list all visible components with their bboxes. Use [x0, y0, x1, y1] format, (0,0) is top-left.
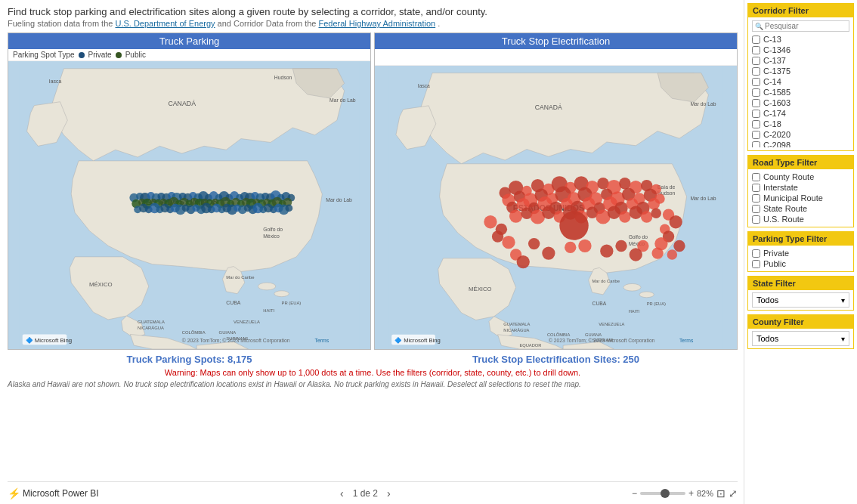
page-indicator: 1 de 2 — [353, 488, 378, 499]
corridor-checkbox[interactable] — [752, 110, 760, 118]
fullscreen-button[interactable]: ⤢ — [729, 487, 738, 499]
svg-point-210 — [528, 238, 540, 249]
sidebar: Corridor Filter 🔍 C-13C-1346C-137C-1375C… — [744, 0, 857, 504]
truck-parking-map[interactable]: CANADÁ ESTADOS UNIDOS MÉXICO Iasca Hudso… — [8, 61, 370, 349]
truck-parking-title: Truck Parking — [8, 33, 370, 49]
county-dropdown[interactable]: Todos ▾ — [752, 331, 849, 346]
zoom-slider[interactable] — [640, 492, 685, 495]
corridor-item[interactable]: C-1585 — [752, 87, 849, 97]
truck-electrification-map[interactable]: CANADÁ Iasca Baía de Hudson Mar do Lab M… — [375, 66, 737, 349]
svg-text:Mar do Caribe: Mar do Caribe — [226, 275, 254, 280]
svg-point-216 — [630, 248, 642, 261]
corridor-item[interactable]: C-1346 — [752, 45, 849, 55]
corridor-checkbox[interactable] — [752, 46, 760, 54]
svg-point-189 — [542, 206, 555, 219]
road-type-checkbox[interactable] — [752, 194, 760, 203]
corridor-item[interactable]: C-137 — [752, 55, 849, 66]
svg-point-119 — [623, 283, 641, 291]
svg-text:MÉXICO: MÉXICO — [469, 286, 491, 292]
state-filter-section: State Filter Todos ▾ — [747, 276, 854, 311]
fhwa-link[interactable]: Federal Highway Administration — [318, 19, 435, 28]
corridor-list: C-13C-1346C-137C-1375C-14C-1585C-1603C-1… — [752, 34, 849, 147]
public-dot-icon — [116, 52, 122, 58]
fit-page-button[interactable]: ⊡ — [716, 487, 726, 499]
corridor-checkbox[interactable] — [752, 36, 760, 44]
svg-text:GUIANA: GUIANA — [585, 332, 602, 337]
powerbi-brand[interactable]: ⚡ Microsoft Power BI — [8, 487, 99, 499]
svg-point-196 — [619, 211, 630, 222]
parking-type-filter-header: Parking Type Filter — [748, 232, 853, 246]
private-dot-icon — [79, 52, 85, 58]
svg-text:VENEZUELA: VENEZUELA — [599, 322, 624, 326]
svg-point-1 — [258, 283, 275, 290]
road-type-item[interactable]: U.S. Route — [752, 214, 849, 224]
corridor-item[interactable]: C-14 — [752, 76, 849, 87]
corridor-item[interactable]: C-174 — [752, 108, 849, 119]
corridor-item[interactable]: C-18 — [752, 119, 849, 129]
svg-point-2 — [274, 291, 289, 297]
road-type-item[interactable]: County Route — [752, 172, 849, 182]
corridor-checkbox[interactable] — [752, 78, 760, 86]
svg-text:GUATEMALA: GUATEMALA — [503, 322, 530, 326]
svg-point-215 — [578, 240, 591, 252]
svg-text:CUBA: CUBA — [592, 301, 607, 306]
zoom-out-button[interactable]: − — [632, 488, 637, 499]
corridor-item[interactable]: C-1375 — [752, 66, 849, 76]
corridor-checkbox[interactable] — [752, 88, 760, 97]
search-icon: 🔍 — [755, 23, 763, 30]
svg-text:Mar do Lab: Mar do Lab — [690, 196, 716, 201]
svg-text:CANADÁ: CANADÁ — [535, 104, 562, 111]
svg-point-222 — [673, 240, 685, 252]
svg-text:Iasca: Iasca — [49, 79, 62, 84]
svg-text:COLÔMBIA: COLÔMBIA — [547, 332, 571, 337]
svg-text:EQUADOR: EQUADOR — [519, 343, 541, 348]
corridor-checkbox[interactable] — [752, 57, 760, 65]
svg-point-204 — [670, 215, 682, 228]
road-type-checkbox[interactable] — [752, 215, 760, 224]
corridor-item[interactable]: C-1603 — [752, 97, 849, 108]
corridor-checkbox[interactable] — [752, 131, 760, 139]
corridor-search-input[interactable] — [765, 22, 846, 30]
road-type-item[interactable]: Interstate — [752, 182, 849, 193]
corridor-checkbox[interactable] — [752, 141, 760, 148]
state-dropdown[interactable]: Todos ▾ — [752, 292, 849, 308]
svg-point-197 — [630, 206, 642, 219]
corridor-item[interactable]: C-2020 — [752, 129, 849, 140]
svg-text:Golfo do: Golfo do — [263, 227, 283, 232]
road-type-list: County RouteInterstateMunicipal RouteSta… — [748, 169, 853, 227]
svg-point-153 — [619, 178, 630, 189]
corridor-checkbox[interactable] — [752, 120, 760, 128]
truck-electrification-title: Truck Stop Electrification — [375, 33, 737, 49]
svg-point-198 — [641, 211, 652, 222]
parking-type-checkbox[interactable] — [752, 260, 760, 268]
corridor-checkbox[interactable] — [752, 67, 760, 76]
parking-type-item[interactable]: Public — [752, 258, 849, 269]
corridor-checkbox[interactable] — [752, 99, 760, 107]
road-type-item[interactable]: State Route — [752, 203, 849, 214]
corridor-item[interactable]: C-2098 — [752, 140, 849, 147]
parking-type-item[interactable]: Private — [752, 248, 849, 258]
road-type-checkbox[interactable] — [752, 173, 760, 181]
parking-legend-label: Parking Spot Type — [13, 51, 75, 59]
parking-type-checkbox[interactable] — [752, 249, 760, 258]
zoom-in-button[interactable]: + — [688, 488, 694, 499]
corridor-search-box[interactable]: 🔍 — [752, 20, 849, 32]
road-type-checkbox[interactable] — [752, 205, 760, 213]
parking-type-filter-section: Parking Type Filter PrivatePublic — [747, 231, 854, 272]
svg-point-113 — [286, 205, 293, 212]
prev-page-button[interactable]: ‹ — [337, 487, 347, 499]
doe-link[interactable]: U.S. Department of Energy — [115, 19, 215, 28]
svg-text:CANADÁ: CANADÁ — [168, 100, 196, 107]
svg-text:Mar do Caribe: Mar do Caribe — [592, 279, 620, 283]
state-dropdown-value: Todos — [756, 295, 778, 305]
svg-text:Golfo do: Golfo do — [629, 234, 648, 240]
corridor-filter-section: Corridor Filter 🔍 C-13C-1346C-137C-1375C… — [747, 3, 854, 151]
road-type-item[interactable]: Municipal Route — [752, 193, 849, 203]
svg-text:NICARÁGUA: NICARÁGUA — [503, 328, 529, 332]
next-page-button[interactable]: › — [384, 487, 394, 499]
svg-text:PR (EUA): PR (EUA) — [282, 301, 302, 305]
road-type-checkbox[interactable] — [752, 184, 760, 192]
svg-text:HAITI: HAITI — [263, 308, 274, 313]
corridor-item[interactable]: C-13 — [752, 34, 849, 45]
county-chevron-icon: ▾ — [841, 335, 845, 343]
